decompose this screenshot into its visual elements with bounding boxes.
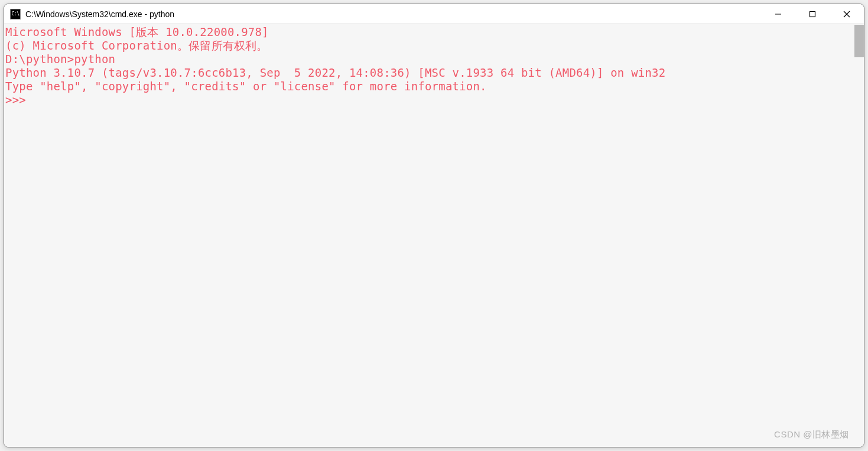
terminal-line: Python 3.10.7 (tags/v3.10.7:6cc6b13, Sep… <box>5 66 864 80</box>
cmd-window: C:\ C:\Windows\System32\cmd.exe - python… <box>4 4 864 447</box>
close-button[interactable] <box>830 4 864 24</box>
maximize-icon <box>809 11 816 18</box>
cmd-icon: C:\ <box>10 9 21 19</box>
terminal-output[interactable]: Microsoft Windows [版本 10.0.22000.978](c)… <box>4 24 864 447</box>
window-title: C:\Windows\System32\cmd.exe - python <box>25 9 761 19</box>
close-icon <box>843 11 850 18</box>
window-controls <box>761 4 864 24</box>
svg-rect-1 <box>810 11 815 17</box>
titlebar[interactable]: C:\ C:\Windows\System32\cmd.exe - python <box>4 4 864 24</box>
terminal-line: D:\python>python <box>5 53 864 66</box>
minimize-button[interactable] <box>761 4 795 24</box>
terminal-line: Microsoft Windows [版本 10.0.22000.978] <box>5 25 864 39</box>
terminal-line: Type "help", "copyright", "credits" or "… <box>5 80 864 93</box>
maximize-button[interactable] <box>795 4 830 24</box>
minimize-icon <box>775 11 782 18</box>
scrollbar-thumb[interactable] <box>854 25 864 57</box>
terminal-line: (c) Microsoft Corporation。保留所有权利。 <box>5 39 864 53</box>
watermark: CSDN @旧林墨烟 <box>774 429 849 440</box>
terminal-line: >>> <box>5 93 864 107</box>
cmd-icon-text: C:\ <box>12 11 19 17</box>
